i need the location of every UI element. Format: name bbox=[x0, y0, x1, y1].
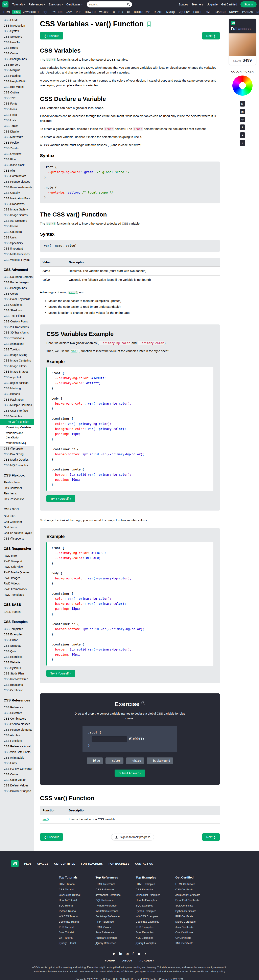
footer-link[interactable]: XML Examples bbox=[136, 935, 160, 941]
sidebar-item[interactable]: CSS Interview Prep bbox=[0, 676, 34, 682]
sidebar-item[interactable]: CSS Position bbox=[0, 140, 34, 146]
sidebar-item[interactable]: CSS Inline-block bbox=[0, 162, 34, 168]
language-tab[interactable]: JAVA bbox=[64, 10, 74, 14]
language-tab[interactable]: HOW TO bbox=[83, 10, 98, 14]
footer-link[interactable]: JavaScript Examples bbox=[136, 892, 160, 898]
sidebar-item[interactable]: CSS Certificate bbox=[0, 687, 34, 693]
topbar-link[interactable]: Get Certified bbox=[219, 2, 239, 7]
sidebar-item[interactable]: CSS Opacity bbox=[0, 190, 34, 196]
footer-link[interactable]: JavaScript Certificate bbox=[175, 892, 200, 898]
sidebar-item[interactable]: CSS Introduction bbox=[0, 23, 34, 29]
sidebar-item[interactable]: CSS Borders bbox=[0, 62, 34, 68]
footer-link[interactable]: W3.CSS Tutorial bbox=[59, 914, 80, 919]
footer-link[interactable]: HTML Tutorial bbox=[59, 881, 80, 887]
language-tab[interactable]: CSS bbox=[12, 10, 21, 14]
sidebar-item[interactable]: The var() Function bbox=[0, 419, 34, 425]
sidebar-item[interactable]: CSS Align bbox=[0, 168, 34, 173]
footer-link[interactable]: CSS Examples bbox=[136, 887, 160, 892]
sidebar-item[interactable]: Grid Items bbox=[0, 525, 34, 530]
sidebar-item[interactable]: CSS Math Functions bbox=[0, 251, 34, 257]
sidebar-item[interactable]: CSS Color Keywords bbox=[0, 296, 34, 302]
footer-link[interactable]: How To Examples bbox=[136, 897, 160, 903]
footer-link[interactable]: PHP Reference bbox=[96, 919, 121, 924]
youtube-icon[interactable]: ▶ bbox=[240, 101, 245, 107]
footer-link[interactable]: C# Certificate bbox=[175, 935, 200, 941]
sidebar-item[interactable]: CSS Gradients bbox=[0, 302, 34, 308]
sidebar-item[interactable]: CSS Colors bbox=[0, 772, 34, 777]
sidebar-item[interactable]: Grid Container bbox=[0, 519, 34, 525]
sidebar-item[interactable]: RWD Grid View bbox=[0, 564, 34, 570]
footer-link[interactable]: SQL Examples bbox=[136, 903, 160, 908]
sign-in-button[interactable]: Sign In bbox=[240, 2, 257, 8]
sidebar-item[interactable]: CSS 3D Transforms bbox=[0, 330, 34, 336]
sidebar-item[interactable]: CSS Specificity bbox=[0, 240, 34, 246]
sidebar-item[interactable]: CSS Selectors bbox=[0, 710, 34, 716]
sidebar-item[interactable]: CSS Functions bbox=[0, 738, 34, 744]
sidebar-item[interactable]: RWD Media Queries bbox=[0, 570, 34, 575]
sidebar-item[interactable]: CSS Outline bbox=[0, 90, 34, 95]
sidebar-item[interactable]: RWD Frameworks bbox=[0, 587, 34, 592]
sidebar-item[interactable]: CSS Links bbox=[0, 112, 34, 118]
function-link[interactable]: var() bbox=[40, 815, 66, 824]
sidebar-item[interactable]: RWD Intro bbox=[0, 553, 34, 559]
topbar-menu[interactable]: Tutorials▾ bbox=[11, 2, 27, 7]
language-tab[interactable]: JAVASCRIPT bbox=[21, 10, 41, 14]
code-link[interactable]: var() bbox=[46, 58, 56, 61]
color-picker-promo[interactable]: COLOR PICKER bbox=[231, 70, 254, 95]
search-input[interactable] bbox=[89, 3, 126, 6]
language-tab[interactable]: DJANGO bbox=[213, 10, 227, 14]
sidebar-item[interactable]: CSS At-rules bbox=[0, 733, 34, 738]
full-access-ad[interactable]: W3 Full access $1,995$499 bbox=[229, 19, 256, 65]
sidebar-item[interactable]: CSS Examples bbox=[0, 632, 34, 638]
instagram-icon[interactable]: ◎ bbox=[126, 951, 129, 956]
footer-link[interactable]: CSS Reference bbox=[96, 887, 121, 892]
track-progress-button[interactable]: Sign in to track progress bbox=[111, 834, 154, 840]
footer-link[interactable]: HTML Examples bbox=[136, 881, 160, 887]
sidebar-item[interactable]: Variables in MQ bbox=[0, 440, 34, 446]
footer-link[interactable]: Java Certificate bbox=[175, 924, 200, 930]
code-link[interactable]: var() bbox=[68, 291, 78, 294]
sidebar-item[interactable]: CSS Syntax bbox=[0, 29, 34, 34]
sidebar-item[interactable]: RWD Viewport bbox=[0, 559, 34, 564]
footer-link[interactable]: SQL Tutorial bbox=[59, 903, 80, 908]
facebook-icon[interactable]: f bbox=[132, 951, 134, 956]
sidebar-item[interactable]: CSS Tables bbox=[0, 123, 34, 129]
sidebar-item[interactable]: CSS Transitions bbox=[0, 336, 34, 341]
sidebar-item[interactable]: CSS @property bbox=[0, 446, 34, 452]
footer-link[interactable]: jQuery Reference bbox=[96, 940, 121, 946]
youtube-icon[interactable]: ▶ bbox=[113, 951, 115, 956]
linkedin-icon[interactable]: in bbox=[119, 951, 122, 956]
footer-link[interactable]: CSS Certificate bbox=[175, 887, 200, 892]
footer-link[interactable]: Python Certificate bbox=[175, 908, 200, 914]
sidebar-item[interactable]: CSS Multiple Columns bbox=[0, 402, 34, 408]
sidebar-item[interactable]: CSS Backgrounds bbox=[0, 56, 34, 62]
language-tab[interactable]: EXCEL bbox=[192, 10, 204, 14]
sidebar-item[interactable]: CSS Study Plan bbox=[0, 671, 34, 676]
sidebar-item[interactable]: CSS Text Effects bbox=[0, 313, 34, 319]
footer-link[interactable]: jQuery Examples bbox=[136, 940, 160, 946]
sidebar-item[interactable]: CSS Media Queries bbox=[0, 457, 34, 463]
sidebar-item[interactable]: CSS object-position bbox=[0, 380, 34, 386]
topbar-menu[interactable]: Certificates▾ bbox=[64, 2, 84, 7]
footer-nav-link[interactable]: ACADEMY bbox=[139, 959, 154, 962]
sidebar-item[interactable]: CSS User Interface bbox=[0, 408, 34, 414]
language-tab[interactable]: XML bbox=[204, 10, 213, 14]
footer-link[interactable]: C++ Tutorial bbox=[59, 935, 80, 941]
sidebar-item[interactable]: CSS Custom Fonts bbox=[0, 319, 34, 325]
footer-link[interactable]: JavaScript Reference bbox=[96, 892, 121, 898]
sidebar-item[interactable]: Overriding Variables bbox=[0, 425, 34, 430]
sidebar-item[interactable]: CSS Templates bbox=[0, 626, 34, 632]
sidebar-item[interactable]: CSS Colors bbox=[0, 51, 34, 56]
sidebar-item[interactable]: CSS Reference bbox=[0, 705, 34, 710]
language-tab[interactable]: HTML bbox=[2, 10, 12, 14]
previous-button[interactable]: ❮ Previous bbox=[40, 834, 63, 841]
sidebar-item[interactable]: Variables and JavaScript bbox=[0, 430, 34, 440]
footer-link[interactable]: Java Tutorial bbox=[59, 930, 80, 935]
sidebar-item[interactable]: CSS Shadows bbox=[0, 308, 34, 313]
sidebar-item[interactable]: CSS Exercises bbox=[0, 654, 34, 660]
language-tab[interactable]: C++ bbox=[117, 10, 125, 14]
sidebar-item[interactable]: CSS Buttons bbox=[0, 391, 34, 397]
sidebar-item[interactable]: CSS Z-index bbox=[0, 146, 34, 151]
sidebar-item[interactable]: CSS Lists bbox=[0, 118, 34, 123]
footer-top-link[interactable]: SPACES bbox=[37, 862, 49, 865]
